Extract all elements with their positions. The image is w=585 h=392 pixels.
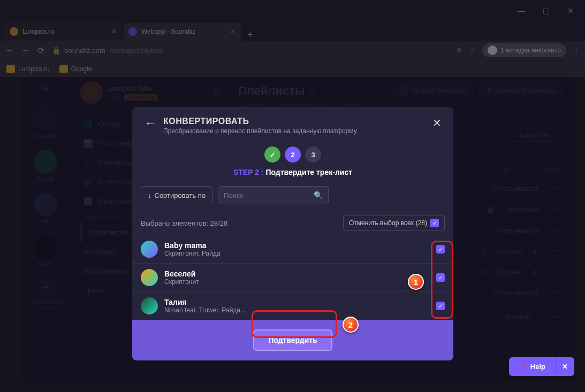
close-icon[interactable]: ✕ (432, 117, 442, 129)
selected-count: Выбрано элементов: 28/28 (141, 219, 227, 227)
step-2[interactable]: 2 (285, 147, 301, 163)
back-arrow-icon[interactable]: ← (144, 117, 157, 129)
track-checkbox[interactable]: ✓ (436, 273, 445, 282)
track-artist: Скриптонит, Райда (164, 250, 430, 257)
convert-modal: ← КОНВЕРТИРОВАТЬ Преобразование и перено… (132, 107, 453, 360)
track-cover (141, 269, 158, 286)
help-icon: ❓ (519, 363, 527, 371)
search-field[interactable] (224, 191, 314, 199)
modal-title: КОНВЕРТИРОВАТЬ (163, 117, 357, 126)
track-checkbox[interactable]: ✓ (436, 245, 445, 253)
sort-icon: ↓ (148, 191, 151, 199)
deselect-all-button[interactable]: Отменить выбор всех (28) ✓ (343, 216, 445, 230)
modal-subtitle: Преобразование и перенос плейлистов на з… (163, 127, 357, 135)
help-close-button[interactable]: ✕ (555, 357, 574, 376)
track-checkbox[interactable]: ✓ (436, 302, 445, 310)
track-title: Веселей (164, 270, 430, 278)
track-title: Талия (164, 298, 430, 306)
search-icon: 🔍 (314, 191, 323, 199)
track-row[interactable]: ВеселейСкриптонит ✓ (132, 263, 453, 291)
confirm-button[interactable]: Подтвердить (253, 329, 332, 351)
search-input[interactable]: 🔍 (218, 186, 329, 204)
track-cover (141, 297, 158, 314)
track-row[interactable]: Baby mamaСкриптонит, Райда ✓ (132, 235, 453, 263)
checkbox-checked-icon: ✓ (430, 219, 439, 227)
track-row[interactable]: ТалияNiman feat. Truwer, Райда... ✓ (132, 291, 453, 320)
track-title: Baby mama (164, 241, 430, 250)
sort-button[interactable]: ↓Сортировать по (141, 186, 212, 204)
step-label: STEP 2 : Подтвердите трек-лист (132, 168, 453, 176)
step-3[interactable]: 3 (305, 147, 321, 163)
track-cover (141, 241, 158, 258)
track-artist: Niman feat. Truwer, Райда... (164, 306, 430, 314)
step-indicator: ✓ 2 3 (132, 147, 453, 163)
help-widget: ❓Help ✕ (509, 357, 574, 376)
step-1-done: ✓ (264, 147, 280, 163)
help-button[interactable]: ❓Help (509, 357, 555, 376)
track-artist: Скриптонит (164, 278, 430, 286)
